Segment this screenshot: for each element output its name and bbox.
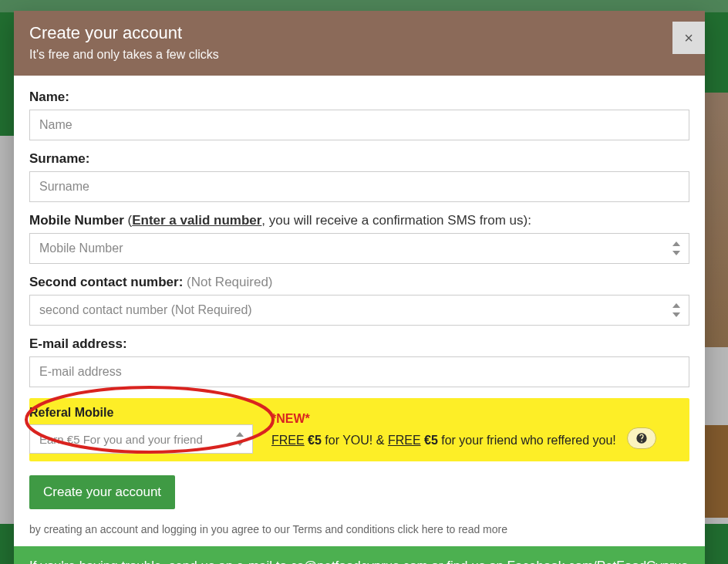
referral-free1: FREE: [271, 434, 305, 447]
surname-input[interactable]: [29, 171, 689, 202]
question-icon: [635, 432, 648, 444]
referral-promo-text: *NEW* FREE €5 for YOU! & FREE €5 for you…: [271, 410, 656, 450]
referral-amt2: €5: [421, 434, 442, 447]
referral-label: Referal Mobile: [29, 406, 261, 420]
new-badge: *NEW*: [271, 412, 310, 425]
close-icon: ×: [684, 29, 693, 46]
second-contact-label: Second contact number: (Not Required): [29, 275, 689, 290]
create-account-modal: Create your account It's free and only t…: [14, 11, 705, 564]
referral-help-button[interactable]: [627, 427, 656, 449]
modal-body: Name: Surname: Mobile Number (Enter a va…: [14, 76, 705, 546]
mobile-label-paren-open: (: [124, 213, 132, 228]
referral-amt1: €5: [305, 434, 325, 447]
referral-row: Referal Mobile *NEW* FREE €5 for YOU! & …: [29, 398, 689, 461]
referral-mid2: for your friend who reffered you!: [441, 434, 616, 447]
referral-mid1: for YOU! &: [325, 434, 388, 447]
modal-header: Create your account It's free and only t…: [14, 11, 705, 76]
surname-label: Surname:: [29, 151, 689, 167]
modal-title: Create your account: [29, 23, 689, 43]
referral-mobile-input[interactable]: [29, 424, 253, 454]
referral-free2: FREE: [388, 434, 421, 447]
mobile-input[interactable]: [29, 233, 689, 264]
surname-group: Surname:: [29, 151, 689, 202]
email-label: E-mail address:: [29, 336, 689, 352]
name-input[interactable]: [29, 110, 689, 140]
second-contact-input[interactable]: [29, 295, 689, 326]
second-contact-label-light: (Not Required): [187, 275, 273, 289]
create-account-button[interactable]: Create your account: [29, 475, 175, 509]
footer-text: If you're having trouble, send us an e-m…: [29, 559, 688, 564]
referral-left: Referal Mobile: [29, 406, 261, 454]
terms-text[interactable]: by creating an account and logging in yo…: [29, 523, 689, 535]
mobile-group: Mobile Number (Enter a valid number, you…: [29, 213, 689, 264]
name-label: Name:: [29, 89, 689, 105]
email-group: E-mail address:: [29, 336, 689, 387]
second-contact-group: Second contact number: (Not Required): [29, 275, 689, 326]
second-contact-label-main: Second contact number:: [29, 275, 187, 289]
email-input[interactable]: [29, 356, 689, 387]
mobile-valid-number-link[interactable]: Enter a valid number: [132, 213, 261, 228]
name-group: Name:: [29, 89, 689, 140]
modal-footer: If you're having trouble, send us an e-m…: [14, 546, 705, 564]
close-button[interactable]: ×: [672, 22, 705, 54]
mobile-label: Mobile Number (Enter a valid number, you…: [29, 213, 689, 228]
modal-subtitle: It's free and only takes a few clicks: [29, 48, 689, 62]
mobile-label-prefix: Mobile Number: [29, 213, 124, 228]
mobile-label-paren-rest: , you will receive a confirmation SMS fr…: [261, 213, 531, 228]
